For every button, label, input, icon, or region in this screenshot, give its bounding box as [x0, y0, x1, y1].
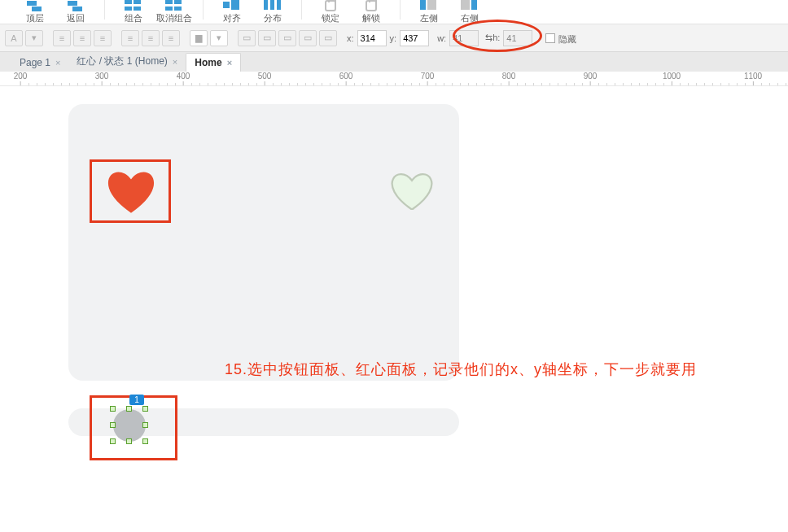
tab-label: Home — [195, 57, 221, 68]
close-icon[interactable]: × — [227, 58, 232, 68]
ruler-h: 20030040050060070080090010001100 — [0, 72, 788, 86]
font-dd-btn[interactable]: ▾ — [25, 30, 43, 46]
align-right-btn[interactable]: ≡ — [94, 30, 112, 46]
separator — [301, 0, 302, 20]
separator — [400, 0, 401, 20]
ribbon-label: 返回 — [67, 12, 85, 24]
ribbon-btn-unlock[interactable]: 解锁 — [351, 0, 392, 24]
resize-handle-sw[interactable] — [110, 438, 116, 444]
ruler-tick: 1000 — [663, 72, 681, 81]
separator — [203, 0, 204, 20]
ribbon-btn-align[interactable]: 对齐 — [212, 0, 252, 24]
ruler-tick: 400 — [177, 72, 190, 81]
tab-page1[interactable]: Page 1 × — [11, 54, 68, 72]
link-wh-icon[interactable]: ⇆h: — [485, 33, 500, 43]
text-align-group: ≡ ≡ ≡ — [53, 30, 112, 46]
fill-group: ▆ ▾ — [190, 30, 228, 46]
fill-btn[interactable]: ▆ — [190, 30, 208, 46]
valign-bot-btn[interactable]: ≡ — [162, 30, 180, 46]
y-input[interactable] — [400, 30, 429, 46]
ribbon-btn-group[interactable]: 组合 — [113, 0, 154, 24]
y-label: y: — [390, 33, 397, 43]
hide-label: 隐藏 — [558, 34, 576, 44]
heart-red-icon[interactable] — [107, 168, 155, 213]
tab-strip: Page 1 × 红心 / 状态 1 (Home) × Home × — [0, 52, 788, 72]
ribbon-btn-back[interactable]: 返回 — [55, 0, 96, 24]
resize-handle-s[interactable] — [126, 438, 132, 444]
valign-top-btn[interactable]: ≡ — [121, 30, 139, 46]
ribbon-btn-distribute[interactable]: 分布 — [252, 0, 293, 24]
border-d[interactable]: ▭ — [299, 30, 317, 46]
ribbon-label: 分布 — [264, 12, 282, 24]
ribbon-label: 右侧 — [461, 12, 479, 24]
ribbon-label: 解锁 — [362, 12, 380, 24]
distribute-icon — [264, 0, 282, 11]
border-b[interactable]: ▭ — [258, 30, 276, 46]
separator — [104, 0, 105, 20]
fill-dd-btn[interactable]: ▾ — [210, 30, 228, 46]
panel-main[interactable] — [68, 104, 459, 381]
resize-handle-n[interactable] — [126, 406, 132, 412]
w-label: w: — [437, 33, 446, 43]
dock-right-icon — [461, 0, 479, 11]
hide-checkbox[interactable]: 隐藏 — [545, 31, 576, 46]
h-input[interactable] — [503, 30, 532, 46]
w-input[interactable] — [449, 30, 479, 46]
font-group: A ▾ — [5, 30, 43, 46]
ribbon-main: 顶层 返回 组合 取消组合 对齐 分布 锁定 解锁 左侧 右侧 — [0, 0, 788, 24]
border-e[interactable]: ▭ — [319, 30, 337, 46]
ribbon-label: 顶层 — [26, 12, 44, 24]
close-icon[interactable]: × — [173, 57, 177, 67]
ruler-tick: 900 — [584, 72, 598, 81]
ruler-tick: 1100 — [744, 72, 762, 81]
ribbon-btn-right[interactable]: 右侧 — [449, 0, 490, 24]
x-label: x: — [347, 33, 354, 43]
tab-dynpanel[interactable]: 红心 / 状态 1 (Home) × — [68, 51, 186, 72]
heart-outline-icon[interactable] — [391, 171, 433, 210]
border-a[interactable]: ▭ — [238, 30, 256, 46]
selection-badge: 1 — [129, 395, 144, 405]
resize-handle-nw[interactable] — [110, 406, 116, 412]
border-c[interactable]: ▭ — [278, 30, 296, 46]
ribbon-btn-left[interactable]: 左侧 — [409, 0, 449, 24]
resize-handle-w[interactable] — [110, 422, 116, 428]
ruler-tick: 500 — [258, 72, 272, 81]
align-center-btn[interactable]: ≡ — [73, 30, 91, 46]
lock-icon — [325, 0, 336, 11]
unlock-icon — [366, 0, 377, 11]
resize-handle-se[interactable] — [142, 438, 148, 444]
border-group: ▭ ▭ ▭ ▭ ▭ — [238, 30, 337, 46]
ungroup-icon — [165, 0, 183, 11]
ribbon-label: 取消组合 — [156, 12, 192, 24]
font-color-btn[interactable]: A — [5, 30, 23, 46]
dock-left-icon — [420, 0, 438, 11]
canvas[interactable]: 1 15.选中按钮面板、红心面板，记录他们的x、y轴坐标，下一步就要用 — [0, 86, 788, 532]
tab-label: 红心 / 状态 1 (Home) — [77, 55, 167, 68]
resize-handle-ne[interactable] — [142, 406, 148, 412]
heart-red-highlight — [90, 159, 171, 223]
ribbon-btn-lock[interactable]: 锁定 — [310, 0, 351, 24]
selected-circle[interactable] — [113, 409, 146, 442]
ruler-tick: 700 — [421, 72, 435, 81]
tab-label: Page 1 — [20, 57, 50, 68]
valign-mid-btn[interactable]: ≡ — [142, 30, 160, 46]
x-input[interactable] — [357, 30, 387, 46]
ribbon-label: 锁定 — [322, 12, 339, 24]
valign-group: ≡ ≡ ≡ — [121, 30, 180, 46]
ruler-tick: 600 — [339, 72, 353, 81]
ribbon-label: 对齐 — [223, 12, 241, 24]
align-left-btn[interactable]: ≡ — [53, 30, 71, 46]
close-icon[interactable]: × — [55, 58, 60, 68]
resize-handle-e[interactable] — [142, 422, 148, 428]
ribbon-btn-ungroup[interactable]: 取消组合 — [154, 0, 195, 24]
tab-home[interactable]: Home × — [186, 53, 241, 72]
ribbon-label: 左侧 — [420, 12, 438, 24]
ruler-tick: 300 — [95, 72, 109, 81]
align-icon — [223, 0, 241, 11]
checkbox-icon — [545, 33, 555, 43]
group-icon — [125, 0, 142, 11]
ruler-tick: 800 — [502, 72, 516, 81]
ribbon-btn-top[interactable]: 顶层 — [15, 0, 55, 24]
ribbon-label: 组合 — [125, 12, 142, 24]
selection-highlight: 1 — [90, 395, 177, 460]
